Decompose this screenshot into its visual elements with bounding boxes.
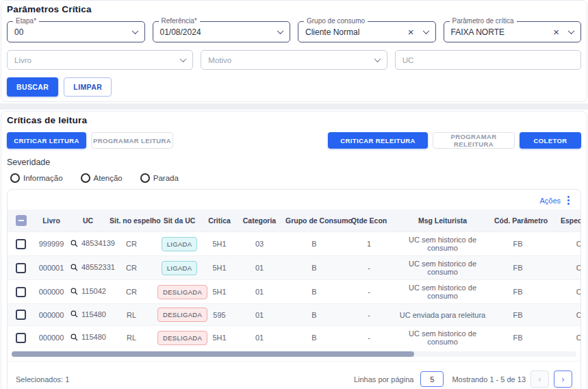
search-icon[interactable]	[71, 310, 78, 318]
page-title: Parâmetros Crítica	[7, 4, 581, 14]
acoes-link[interactable]: Ações	[539, 197, 561, 205]
scrollbar-thumb[interactable]	[12, 351, 414, 357]
etapa-select[interactable]: Etapa* 00	[7, 21, 145, 42]
motivo-select[interactable]: Motivo	[201, 50, 387, 70]
column-header: Sit. no espelho	[107, 210, 155, 232]
table-scroll-area: LivroUCSit. no espelhoSit da UCCriticaCa…	[8, 210, 580, 349]
cell-qtde: -	[345, 280, 393, 304]
cell-sit-uc: DESLIGADA	[155, 304, 203, 326]
cell-categoria: 03	[235, 232, 283, 256]
cell-grupo: B	[283, 326, 345, 350]
clear-icon[interactable]: ×	[408, 27, 414, 37]
radio-parada[interactable]: Parada	[140, 173, 179, 183]
cell-qtde: -	[345, 326, 393, 350]
search-icon[interactable]	[71, 240, 78, 247]
prev-page-button[interactable]: ‹	[531, 371, 549, 388]
radio-icon[interactable]	[81, 173, 90, 183]
grupo-consumo-label: Grupo de consumo	[304, 17, 368, 25]
row-checkbox[interactable]	[16, 263, 26, 273]
showing-range: Mostrando 1 - 5 de 13	[452, 375, 526, 384]
criticar-releitura-button[interactable]: CRITICAR RELEITURA	[328, 132, 428, 149]
kebab-menu-icon[interactable]	[566, 194, 571, 206]
search-icon[interactable]	[71, 288, 78, 295]
column-header: Especificação	[544, 210, 580, 232]
livro-select[interactable]: Livro	[7, 50, 193, 70]
programar-leitura-button[interactable]: PROGRAMAR LEITURA	[91, 132, 173, 149]
chevron-down-icon[interactable]	[277, 27, 284, 34]
row-checkbox[interactable]	[16, 333, 26, 343]
chevron-down-icon[interactable]	[422, 27, 429, 34]
grupo-consumo-select[interactable]: Grupo de consumo Cliente Normal ×	[298, 21, 436, 42]
chevron-down-icon[interactable]	[131, 27, 138, 34]
chevron-down-icon[interactable]	[568, 27, 575, 34]
filters-card: Parâmetros Crítica Etapa* 00 Referência*…	[1, 0, 587, 102]
cell-critica: 5H1	[203, 232, 235, 256]
cell-livro: 000000	[34, 280, 68, 304]
cell-livro: 000000	[34, 326, 68, 350]
parametro-critica-select[interactable]: Parâmetro de crítica FAIXA NORTE ×	[444, 21, 582, 42]
row-checkbox[interactable]	[16, 310, 26, 320]
rows-per-page-label: Linhas por página	[354, 375, 413, 384]
cell-cod-parametro: FB	[492, 280, 544, 304]
cell-livro: 000001	[34, 256, 68, 280]
results-card: Ações LivroUCSit. no espelhoSit da UCCri…	[7, 189, 581, 389]
buscar-button[interactable]: BUSCAR	[7, 77, 58, 97]
uc-input[interactable]	[395, 50, 581, 70]
radio-informacao[interactable]: Informação	[10, 173, 63, 183]
search-icon[interactable]	[71, 334, 78, 341]
rows-per-page-select[interactable]: 5	[420, 371, 444, 387]
cell-especificacao: CON	[544, 232, 580, 256]
referencia-label: Referência*	[159, 17, 200, 25]
programar-releitura-button[interactable]: PROGRAMAR RELEITURA	[433, 132, 515, 149]
radio-label: Parada	[153, 174, 179, 182]
status-badge: LIGADA	[162, 237, 198, 251]
cell-select	[8, 256, 34, 280]
cell-select	[8, 304, 34, 326]
cell-cod-parametro: FB	[492, 232, 544, 256]
cell-livro: 999999	[34, 232, 68, 256]
cell-msg: UC sem historico de consumo	[393, 256, 492, 280]
limpar-button[interactable]: LIMPAR	[64, 77, 112, 97]
cell-grupo: B	[283, 280, 345, 304]
next-page-button[interactable]: ›	[554, 371, 572, 388]
etapa-value: 00	[14, 27, 133, 37]
cell-grupo: B	[283, 232, 345, 256]
cell-sit-espelho: RL	[107, 304, 155, 326]
radio-atencao[interactable]: Atenção	[81, 173, 123, 183]
horizontal-scrollbar[interactable]	[12, 351, 576, 357]
column-header: Categoria	[235, 210, 283, 232]
uc-value: 115480	[81, 310, 106, 318]
cell-uc: 115480	[68, 326, 107, 350]
cell-especificacao: CON	[544, 326, 580, 350]
cell-especificacao: CON	[544, 280, 580, 304]
status-badge: DESLIGADA	[157, 308, 207, 322]
column-header: UC	[68, 210, 107, 232]
referencia-select[interactable]: Referência* 01/08/2024	[153, 21, 291, 42]
cell-cod-parametro: FB	[492, 326, 544, 350]
select-all-checkbox[interactable]	[16, 215, 27, 226]
criticar-leitura-button[interactable]: CRITICAR LEITURA	[7, 132, 86, 149]
clear-icon[interactable]: ×	[553, 27, 559, 37]
cell-categoria: 01	[235, 256, 283, 280]
cell-uc: 48534139	[68, 232, 107, 256]
chevron-down-icon[interactable]	[374, 55, 381, 62]
filter-row-2: Livro Motivo	[7, 50, 581, 70]
cell-especificacao: CON	[544, 256, 580, 280]
radio-icon[interactable]	[10, 173, 20, 183]
cell-categoria: 01	[235, 326, 283, 350]
cell-grupo: B	[283, 304, 345, 326]
cell-select	[8, 326, 34, 350]
criticas-table: LivroUCSit. no espelhoSit da UCCriticaCa…	[8, 210, 580, 349]
uc-value: 115042	[81, 287, 106, 295]
radio-label: Informação	[23, 174, 63, 182]
coletor-button[interactable]: COLETOR	[520, 132, 581, 149]
radio-icon[interactable]	[140, 173, 150, 183]
row-checkbox[interactable]	[16, 287, 26, 297]
cell-critica: 5H1	[203, 326, 235, 350]
search-icon[interactable]	[71, 264, 78, 271]
col-select	[8, 210, 34, 232]
livro-placeholder: Livro	[14, 56, 181, 64]
severidade-label: Severidade	[7, 158, 581, 167]
chevron-down-icon[interactable]	[180, 55, 187, 62]
row-checkbox[interactable]	[16, 239, 26, 249]
